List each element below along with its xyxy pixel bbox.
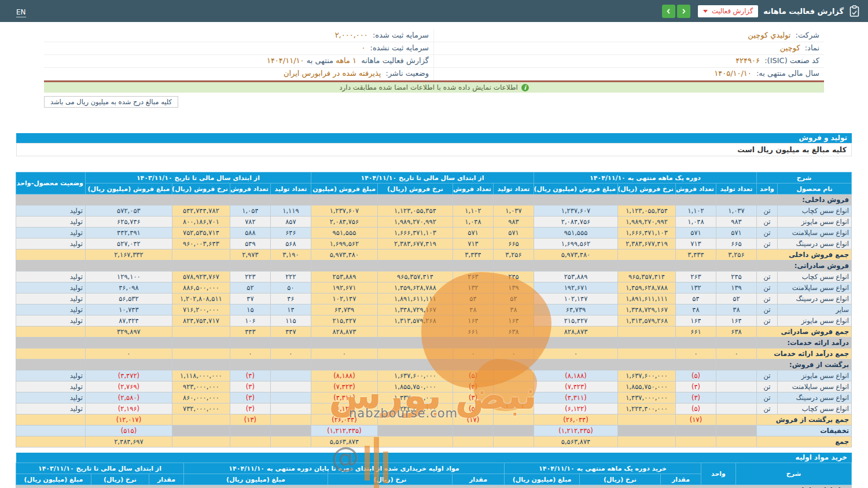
data-cell: ۸۷,۴۲۴ xyxy=(85,315,172,326)
data-cell: ۱,۱۱۹ xyxy=(270,206,311,217)
issuer-status-label: وضعیت ناشر: xyxy=(386,69,429,78)
data-cell xyxy=(183,485,328,488)
data-cell: ۲۶۳ xyxy=(453,271,493,282)
chevron-left-icon xyxy=(665,8,672,14)
data-cell: ۸۵۷ xyxy=(270,217,311,228)
data-cell xyxy=(85,337,172,348)
data-cell xyxy=(328,485,453,488)
data-cell: ۳,۱۹۰ xyxy=(270,249,311,260)
unit-cell: تن xyxy=(757,239,778,249)
data-cell: ۱,۸۹۱,۶۱۱,۱۱۱ xyxy=(618,293,676,304)
data-cell: ۶۳۸ xyxy=(716,326,757,337)
data-cell xyxy=(493,414,534,425)
data-cell: (۷,۴۲۳) xyxy=(311,381,377,392)
data-cell xyxy=(493,370,534,381)
data-cell: ۲۱۵,۴۲۷ xyxy=(311,315,377,326)
data-cell xyxy=(676,359,716,370)
data-cell: ۲۶۳ xyxy=(676,271,716,282)
data-cell xyxy=(716,436,757,447)
total-row: جمع فروش صادراتی۶۳۸۶۶۱۸۲۸,۸۷۳۶۳۸۶۶۱۸۲۸,۸… xyxy=(16,326,851,337)
data-cell xyxy=(311,337,377,348)
data-cell xyxy=(311,359,377,370)
header-col: تعداد تولید xyxy=(493,184,534,195)
data-cell xyxy=(172,337,230,348)
data-cell xyxy=(16,414,85,425)
data-cell: (۱,۲۱۲,۴۳۵) xyxy=(311,425,377,436)
data-cell xyxy=(270,403,311,414)
data-cell xyxy=(676,337,716,348)
data-cell: ۵,۹۷۳,۴۸۰ xyxy=(311,249,377,260)
data-cell: ۱,۴۵۹,۶۲۸,۷۸۸ xyxy=(377,282,453,293)
data-cell: ۳۸ xyxy=(493,304,534,315)
data-cell: ۱,۲۳۷,۶۰۷ xyxy=(311,206,377,217)
data-cell: ۹۸۳ xyxy=(716,217,757,228)
data-cell: ۳,۲۵۶ xyxy=(716,249,757,260)
data-cell: ۷۱۳ xyxy=(676,239,716,249)
header-col: نرخ فروش (ریال) xyxy=(377,184,453,195)
unit-cell: تن xyxy=(757,206,778,217)
data-cell: (۸,۱۸۸) xyxy=(534,370,617,381)
data-cell: ۰ xyxy=(453,348,493,359)
data-cell: ۴۸ xyxy=(453,304,493,315)
data-cell: (۵۱۵) xyxy=(85,425,172,436)
product-status-cell: تولید xyxy=(16,392,85,403)
header-col: مبلغ (میلیون ریال) xyxy=(505,474,580,485)
data-row: سایرتن۳۸۴۸۱,۳۴۸,۷۲۹,۱۶۷۶۴,۷۳۹۳۸۴۸۱,۳۴۸,۷… xyxy=(16,304,851,315)
data-cell: ۴۷ xyxy=(230,293,270,304)
header-col: نرخ (ریال) xyxy=(580,474,661,485)
data-cell: (۱۷) xyxy=(453,414,493,425)
data-cell xyxy=(270,414,311,425)
report-nav xyxy=(662,5,690,18)
product-name-cell: انواع سس مایونز xyxy=(778,315,852,326)
data-cell: ۱۹۲,۶۷۱ xyxy=(534,282,617,293)
data-cell xyxy=(716,359,757,370)
data-cell xyxy=(493,359,534,370)
next-report-button[interactable] xyxy=(677,5,690,18)
category-label-cell: برگشت از فروش: xyxy=(757,359,852,370)
data-cell xyxy=(230,436,270,447)
data-cell xyxy=(230,195,270,206)
data-cell: ۱۰,۷۴۳ xyxy=(85,304,172,315)
data-cell: (۵) xyxy=(453,403,493,414)
data-cell: ۱۳۲ xyxy=(453,282,493,293)
discount-row: تخفیفات(۱,۲۱۲,۴۳۵)(۱,۲۱۲,۴۳۵)(۵۱۵) xyxy=(16,425,851,436)
data-cell: ۱۳۹ xyxy=(493,282,534,293)
data-cell xyxy=(534,260,617,271)
info-row: کد صنعت (ISIC): ۴۲۴۹۰۶ گزارش فعالیت ماها… xyxy=(44,55,824,68)
data-cell: ۷۳۲,۰۰۰,۰۰۰ xyxy=(172,403,230,414)
report-period-label: گزارش فعالیت ماهانه xyxy=(361,56,429,65)
data-cell xyxy=(230,260,270,271)
data-cell: (۷,۴۲۳) xyxy=(534,381,617,392)
data-cell: ۵,۹۷۳,۴۸۰ xyxy=(534,249,617,260)
data-cell: ۰ xyxy=(534,348,617,359)
prev-report-button[interactable] xyxy=(662,5,675,18)
total-row: جمع درآمد ارائه خدمات۰۰۰۰۰۰۰۰۰ xyxy=(16,348,851,359)
data-cell: ۰ xyxy=(311,348,377,359)
data-cell: ۶۴,۷۳۹ xyxy=(311,304,377,315)
report-body: تولید و فروش کلیه مبالغ به میلیون ریال ا… xyxy=(16,133,852,488)
data-cell: ۵۲ xyxy=(230,282,270,293)
data-row: انواع سس ساپلامنتتن(۴)۱,۸۵۵,۷۵۰,۰۰۰(۷,۴۲… xyxy=(16,381,851,392)
data-cell xyxy=(618,260,676,271)
data-cell: (۶,۱۲۲) xyxy=(534,403,617,414)
data-cell xyxy=(16,326,85,337)
data-cell xyxy=(676,436,716,447)
data-cell: ۵,۵۶۳,۸۷۴ xyxy=(311,436,377,447)
data-cell: ۴۴۲,۴۹۱ xyxy=(85,228,172,239)
data-cell: ۴۸ xyxy=(676,304,716,315)
product-name-cell: انواع سس مایونز xyxy=(778,370,852,381)
data-cell: ۵۲ xyxy=(493,293,534,304)
unit-cell: تن xyxy=(757,370,778,381)
language-toggle[interactable]: EN xyxy=(16,8,26,17)
header-group-month: خرید دوره یک ماهه منتهی به ۱۴۰۴/۱۱/۱۰ xyxy=(505,463,701,474)
data-cell xyxy=(618,436,676,447)
report-type-select[interactable]: گزارش فعالیت xyxy=(698,5,758,17)
data-cell xyxy=(16,249,85,260)
header-col: تعداد تولید xyxy=(270,184,311,195)
data-cell: ۳,۴۳۴ xyxy=(676,249,716,260)
data-cell: (۴) xyxy=(453,381,493,392)
data-cell xyxy=(85,359,172,370)
data-cell xyxy=(716,414,757,425)
data-cell: (۴,۴۷۲) xyxy=(85,370,172,381)
data-cell xyxy=(505,485,580,488)
